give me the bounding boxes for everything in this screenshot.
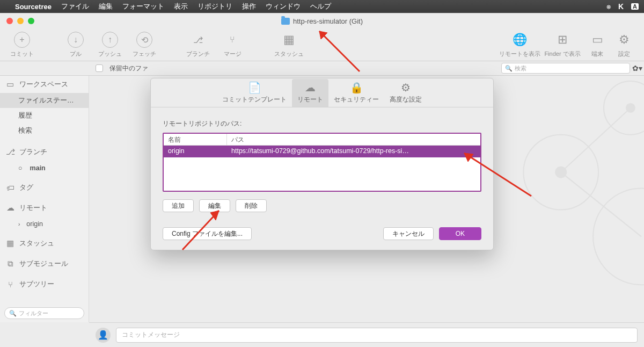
- tab-advanced[interactable]: ⚙高度な設定: [384, 79, 427, 107]
- ok-button[interactable]: OK: [439, 227, 481, 240]
- repository-settings-modal: 📄コミットテンプレート ☁リモート 🔒セキュリティー ⚙高度な設定 リモートリポ…: [150, 78, 494, 250]
- stash-icon: ▦: [5, 238, 15, 248]
- tab-remote[interactable]: ☁リモート: [292, 79, 328, 107]
- show-remote-label: リモートを表示: [499, 50, 540, 58]
- app-name[interactable]: Sourcetree: [15, 3, 52, 11]
- edit-config-button[interactable]: Config ファイルを編集...: [163, 227, 252, 240]
- commit-button[interactable]: +コミット: [6, 32, 38, 58]
- remote-paths-label: リモートリポジトリのパス:: [163, 119, 481, 128]
- merge-label: マージ: [224, 50, 241, 58]
- tab-security-label: セキュリティー: [334, 96, 379, 104]
- pending-label: 保留中のファ: [109, 64, 148, 73]
- sidebar-remotes-label: リモート: [19, 203, 47, 213]
- sidebar-submodules[interactable]: ⧉サブモジュール: [0, 255, 89, 272]
- view-options-button[interactable]: ✿▾: [630, 64, 644, 73]
- docker-status-icon[interactable]: ⎈: [606, 2, 611, 11]
- submodule-icon: ⧉: [5, 259, 15, 269]
- th-path[interactable]: パス: [227, 134, 480, 145]
- stash-button[interactable]: ▦スタッシュ: [270, 32, 307, 58]
- sidebar-remotes[interactable]: ☁リモート: [0, 199, 89, 216]
- tab-commit-template[interactable]: 📄コミットテンプレート: [217, 79, 292, 107]
- menu-help[interactable]: ヘルプ: [310, 2, 331, 11]
- window-traffic-lights: [6, 18, 34, 24]
- menu-edit[interactable]: 編集: [99, 2, 113, 11]
- remote-table-header: 名前 パス: [164, 134, 480, 146]
- settings-label: 設定: [618, 50, 630, 58]
- zoom-window-button[interactable]: [28, 18, 34, 24]
- tab-commit-template-label: コミットテンプレート: [222, 96, 287, 104]
- menu-format[interactable]: フォーマット: [122, 2, 164, 11]
- menu-window[interactable]: ウィンドウ: [266, 2, 301, 11]
- push-button[interactable]: ↑プッシュ: [94, 32, 126, 58]
- terminal-button[interactable]: ▭端末: [584, 32, 611, 58]
- fetch-label: フェッチ: [133, 50, 156, 58]
- gear-icon: ⚙: [616, 32, 632, 48]
- pull-button[interactable]: ↓プル: [60, 32, 91, 58]
- merge-button[interactable]: ⑂マージ: [217, 32, 248, 58]
- cancel-button[interactable]: キャンセル: [383, 227, 434, 240]
- select-all-checkbox[interactable]: [96, 64, 103, 72]
- sidebar-search[interactable]: 検索: [0, 123, 89, 138]
- show-finder-label: Finder で表示: [544, 50, 580, 58]
- toolbar: +コミット ↓プル ↑プッシュ ⟲フェッチ ⎇ブランチ ⑂マージ ▦スタッシュ …: [0, 28, 644, 61]
- commit-message-placeholder: コミットメッセージ: [122, 330, 180, 339]
- file-status-header: 保留中のファ 🔍検索 ✿▾: [0, 61, 644, 76]
- sidebar-branches[interactable]: ⎇ブランチ: [0, 143, 89, 161]
- sidebar-filter-placeholder: フィルター: [19, 309, 48, 317]
- sidebar-history[interactable]: 履歴: [0, 108, 89, 123]
- terminal-icon: ▭: [589, 32, 605, 48]
- remote-row-name: origin: [164, 146, 227, 157]
- sidebar-branch-main-label: main: [30, 164, 46, 172]
- delete-remote-button[interactable]: 削除: [236, 199, 267, 212]
- commit-message-input[interactable]: コミットメッセージ: [116, 328, 638, 343]
- minimize-window-button[interactable]: [17, 18, 24, 24]
- cloud-icon: ☁: [5, 203, 15, 213]
- menu-repository[interactable]: リポジトリ: [197, 2, 232, 11]
- finder-icon: ⊞: [554, 32, 570, 48]
- window-title-text: http-res-simulator (Git): [293, 17, 363, 25]
- workspace-icon: ▭: [5, 79, 15, 89]
- settings-button[interactable]: ⚙設定: [611, 32, 638, 58]
- show-finder-button[interactable]: ⊞Finder で表示: [541, 32, 584, 58]
- menubar-lang-icon[interactable]: A: [631, 3, 639, 10]
- globe-icon: 🌐: [511, 32, 528, 48]
- sidebar-stashes[interactable]: ▦スタッシュ: [0, 235, 89, 252]
- sidebar-search-label: 検索: [18, 126, 32, 135]
- plus-icon: +: [14, 32, 30, 48]
- sidebar-filter-input[interactable]: 🔍フィルター: [4, 307, 84, 319]
- sidebar-filestatus[interactable]: ファイルステー…: [0, 93, 89, 108]
- menu-file[interactable]: ファイル: [61, 2, 89, 11]
- menubar-k-icon[interactable]: K: [618, 2, 624, 11]
- subtree-icon: ⑂: [5, 280, 15, 289]
- add-remote-button[interactable]: 追加: [163, 199, 194, 212]
- fetch-button[interactable]: ⟲フェッチ: [129, 32, 160, 58]
- th-name[interactable]: 名前: [164, 134, 227, 145]
- close-window-button[interactable]: [6, 18, 13, 24]
- sidebar: ▭ワークスペース ファイルステー… 履歴 検索 ⎇ブランチ ○main 🏷タグ …: [0, 76, 89, 322]
- avatar[interactable]: 👤: [96, 328, 111, 343]
- menu-view[interactable]: 表示: [174, 2, 188, 11]
- sidebar-tags-label: タグ: [19, 183, 33, 192]
- edit-remote-button[interactable]: 編集: [199, 199, 230, 212]
- menu-actions[interactable]: 操作: [242, 2, 256, 11]
- sidebar-workspace-label: ワークスペース: [19, 79, 68, 89]
- sidebar-branch-main[interactable]: ○main: [0, 161, 89, 176]
- cloud-icon: ☁: [305, 81, 316, 94]
- sidebar-stashes-label: スタッシュ: [19, 238, 54, 248]
- search-input[interactable]: 🔍検索: [501, 63, 630, 74]
- show-remote-button[interactable]: 🌐リモートを表示: [498, 32, 541, 58]
- sidebar-subtrees[interactable]: ⑂サブツリー: [0, 276, 89, 293]
- fetch-icon: ⟲: [136, 32, 152, 48]
- up-arrow-icon: ↑: [102, 32, 118, 48]
- stash-label: スタッシュ: [274, 50, 304, 58]
- sidebar-tags[interactable]: 🏷タグ: [0, 179, 89, 196]
- tab-security[interactable]: 🔒セキュリティー: [328, 79, 384, 107]
- window-title: http-res-simulator (Git): [0, 13, 644, 28]
- sourcetree-window: http-res-simulator (Git) +コミット ↓プル ↑プッシュ…: [0, 13, 644, 347]
- mac-menubar: Sourcetree ファイル 編集 フォーマット 表示 リポジトリ 操作 ウィ…: [0, 0, 644, 13]
- stash-icon: ▦: [281, 32, 297, 48]
- remote-row-origin[interactable]: origin https://tatsumi-0729@github.com/t…: [164, 146, 480, 157]
- branch-button[interactable]: ⎇ブランチ: [182, 32, 214, 58]
- sidebar-workspace[interactable]: ▭ワークスペース: [0, 76, 89, 93]
- sidebar-remote-origin[interactable]: ›origin: [0, 216, 89, 232]
